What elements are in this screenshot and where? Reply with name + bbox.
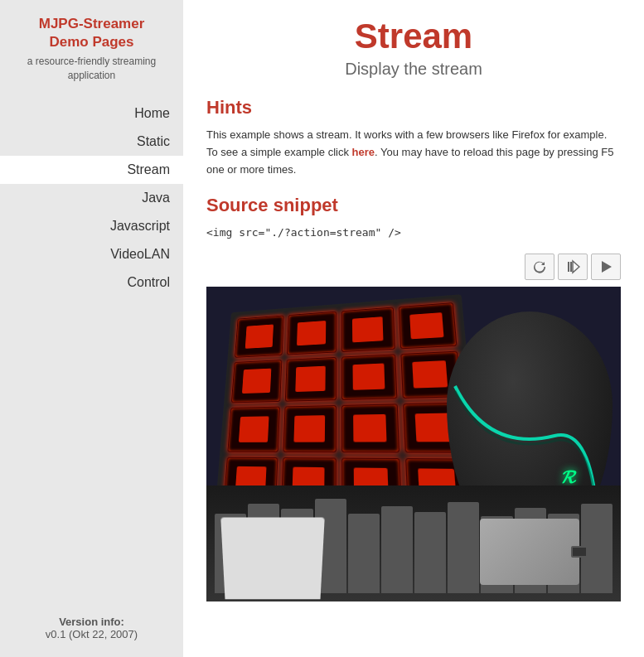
nav-item-static[interactable]: Static [0,128,183,156]
svg-marker-0 [573,261,579,273]
nav-item-home[interactable]: Home [0,99,183,128]
version-value: v0.1 (Okt 22, 2007) [8,628,175,640]
hints-text: This example shows a stream. It works wi… [206,127,621,178]
stream-image: 𝓡 [206,287,621,601]
usb-port [571,546,588,558]
sidebar-header: MJPG-StreamerDemo Pages a resource-frien… [0,0,183,91]
svg-marker-3 [602,261,612,273]
toolbar-btn-refresh[interactable] [525,254,554,280]
nav-item-javascript[interactable]: Javascript [0,212,183,240]
hints-link[interactable]: here [352,146,375,158]
source-snippet-title: Source snippet [206,195,621,216]
toolbar-btn-play[interactable] [591,254,621,280]
code-block: <img src="./?action=stream" /> [206,225,621,240]
sidebar: MJPG-StreamerDemo Pages a resource-frien… [0,0,183,657]
main-content: Stream Display the stream Hints This exa… [183,0,644,657]
toolbar [206,254,621,280]
version-info: Version info: v0.1 (Okt 22, 2007) [0,599,183,657]
nav-item-java[interactable]: Java [0,184,183,212]
version-label: Version info: [8,616,175,628]
nav-item-control[interactable]: Control [0,268,183,297]
stream-canvas: 𝓡 [206,287,621,601]
hints-title: Hints [206,97,621,118]
paper-area [220,518,324,600]
sidebar-title: MJPG-StreamerDemo Pages [8,15,175,51]
page-title: Stream [206,17,621,56]
page-subtitle: Display the stream [206,60,621,79]
nav-item-videolan[interactable]: VideoLAN [0,240,183,268]
nav-item-stream[interactable]: Stream [0,156,183,184]
usb-box [480,519,579,585]
sidebar-subtitle: a resource-friendly streamingapplication [8,55,175,83]
toolbar-btn-pause[interactable] [558,254,588,280]
